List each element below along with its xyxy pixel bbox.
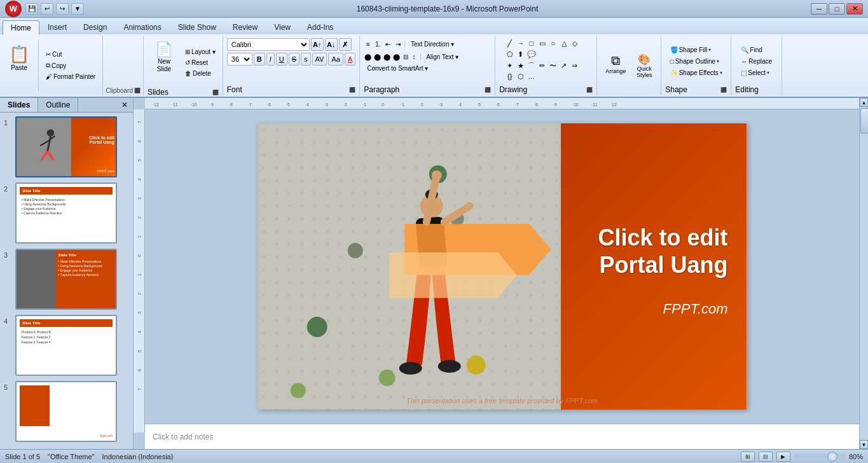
normal-view-button[interactable]: ⊞ [741,452,755,462]
scroll-track[interactable] [860,107,868,440]
quick-styles-button[interactable]: 🎨 QuickStyles [631,52,657,80]
shape-block-arrow[interactable]: ⇒ [570,60,580,71]
tab-review[interactable]: Review [224,20,266,34]
slide-main-title[interactable]: Click to editPortal Uang [598,224,727,279]
shape-pentagon[interactable]: ⬠ [505,49,515,59]
font-size-down-button[interactable]: A↓ [325,38,338,51]
shape-arrow[interactable]: → [516,38,526,48]
align-right-button[interactable]: ⬤ [383,51,391,62]
shape-line[interactable]: ╱ [505,38,515,48]
cut-button[interactable]: ✂ Cut [43,50,99,59]
scroll-up-button[interactable]: ▲ [860,98,868,107]
shape-up-arrow2[interactable]: ⬆ [516,49,526,59]
slide-item-2[interactable]: 2 Slide Title • Make Effective Presentat… [4,183,129,244]
office-button[interactable]: W [5,1,22,17]
redo-button[interactable]: ↪ [56,3,69,15]
shape-outline-button[interactable]: □ Shape Outline ▾ [668,57,724,66]
paste-button[interactable]: 📋 Paste [3,41,36,90]
zoom-handle[interactable] [827,452,837,462]
font-size-up-button[interactable]: A↑ [311,38,324,51]
arrange-button[interactable]: ⧉ Arrange [601,52,630,76]
select-arrow[interactable]: ▾ [767,70,769,76]
tab-view[interactable]: View [266,20,299,34]
underline-button[interactable]: U [276,53,287,66]
convert-smartart-button[interactable]: Convert to SmartArt ▾ [364,64,491,73]
main-slide[interactable]: Click to editPortal Uang FPPT.com This p… [258,123,747,410]
shape-outline-arrow[interactable]: ▾ [717,59,719,64]
slide-item-5[interactable]: 5 fppt.com [4,381,129,442]
find-button[interactable]: 🔍 Find [739,45,774,55]
line-spacing-button[interactable]: ↕ [410,51,417,62]
slide-subtitle[interactable]: FPPT.com [663,301,728,317]
shape-effects-button[interactable]: ✨ Shape Effects ▾ [668,68,724,78]
bullets-button[interactable]: ≡ [364,38,373,50]
shape-star4[interactable]: ✦ [505,60,515,71]
increase-indent-button[interactable]: ⇥ [394,38,403,50]
tab-slideshow[interactable]: Slide Show [170,20,224,34]
font-expand[interactable]: ⬛ [349,87,355,93]
shape-flowchart[interactable]: ⬡ [516,71,526,81]
layout-button[interactable]: ⊞ Layout ▾ [182,47,219,57]
slide-thumb-5[interactable]: fppt.com [15,381,117,442]
change-case-button[interactable]: Aa [328,53,343,66]
slide-sorter-button[interactable]: ⊟ [759,452,773,462]
save-button[interactable]: 💾 [25,3,38,15]
shape-fill-button[interactable]: 🪣 Shape Fill ▾ [668,45,724,55]
zoom-slider[interactable] [794,453,845,460]
scroll-down-button[interactable]: ▼ [860,440,868,449]
shape-triangle[interactable]: △ [559,38,569,48]
new-slide-button[interactable]: 📄 NewSlide [148,38,181,86]
customize-button[interactable]: ▼ [71,3,84,15]
copy-button[interactable]: ⧉ Copy [43,60,99,71]
paragraph-expand[interactable]: ⬛ [485,87,491,93]
shape-freeform[interactable]: ✏ [537,60,548,71]
outline-tab[interactable]: Outline [38,98,78,112]
slideshow-button[interactable]: ▶ [776,452,790,462]
char-spacing-button[interactable]: AV [312,53,327,66]
shape-fill-arrow[interactable]: ▾ [708,47,711,53]
italic-button[interactable]: I [266,53,275,66]
shape-equation[interactable]: {} [505,71,515,81]
undo-button[interactable]: ↩ [41,3,53,15]
slide-item-4[interactable]: 4 Slide Title Product AProduct B Feature… [4,315,129,376]
shape-connector[interactable]: ↗ [559,60,569,71]
column-button[interactable]: ⊟ [402,51,409,62]
clear-format-button[interactable]: ✗ [339,38,352,51]
clipboard-expand[interactable]: ⬛ [134,88,141,93]
close-button[interactable]: ✕ [846,3,863,15]
shape-rounded-rect[interactable]: ▭ [537,38,548,48]
slide-thumb-2[interactable]: Slide Title • Make Effective Presentatio… [15,183,117,244]
shape-oval[interactable]: ○ [548,38,558,48]
tab-insert[interactable]: Insert [39,20,75,34]
align-center-button[interactable]: ⬤ [373,51,382,62]
shape-effects-arrow[interactable]: ▾ [720,70,722,76]
font-size-select[interactable]: 36 [227,53,252,66]
font-color-button[interactable]: A [345,53,355,66]
decrease-indent-button[interactable]: ⇤ [383,38,392,50]
bold-button[interactable]: B [254,53,265,66]
drawing-expand[interactable]: ⬛ [586,87,593,93]
tab-animations[interactable]: Animations [115,20,169,34]
select-button[interactable]: ⬚ Select ▾ [739,68,774,78]
shape-expand[interactable]: ⬛ [720,87,727,93]
slide-thumb-1[interactable]: Click to editPortal Uang FPPT.com [15,116,117,177]
tab-home[interactable]: Home [3,20,39,35]
slide-thumb-4[interactable]: Slide Title Product AProduct B Feature 1… [15,315,117,376]
shape-curve[interactable]: 〜 [548,60,558,71]
align-left-button[interactable]: ⬤ [364,51,372,62]
shape-more[interactable]: … [527,71,537,81]
shape-star5[interactable]: ★ [516,60,526,71]
reset-button[interactable]: ↺ Reset [182,58,219,67]
notes-area[interactable]: Click to add notes [145,424,859,449]
shape-callout[interactable]: 💬 [527,49,537,59]
panel-close-button[interactable]: ✕ [116,98,133,112]
tab-design[interactable]: Design [75,20,115,34]
shape-diamond[interactable]: ◇ [570,38,580,48]
justify-button[interactable]: ⬤ [392,51,401,62]
shape-arc[interactable]: ⌒ [527,60,537,71]
numbering-button[interactable]: 1. [374,38,383,50]
slide-thumb-3[interactable]: Slide Title • Make Effective Presentatio… [15,249,117,310]
maximize-button[interactable]: □ [829,3,845,15]
text-direction-button[interactable]: Text Direction ▾ [408,39,491,49]
notes-placeholder[interactable]: Click to add notes [153,432,213,441]
